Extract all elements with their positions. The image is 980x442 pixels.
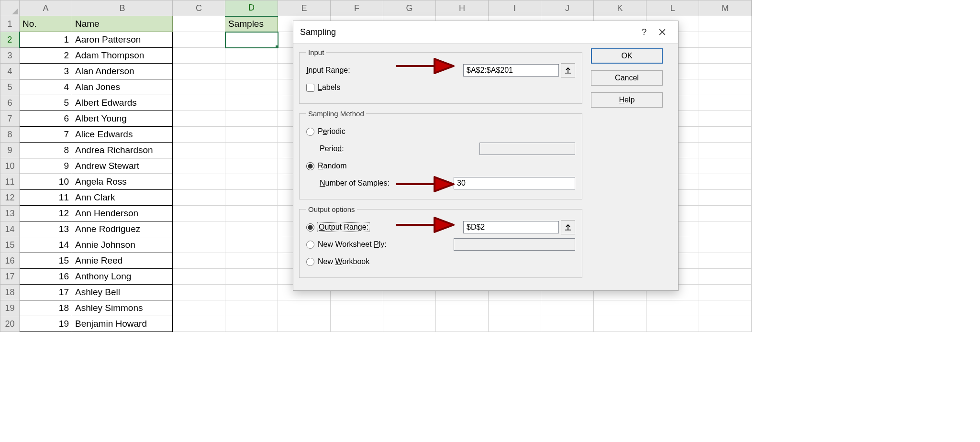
cell[interactable] bbox=[225, 221, 278, 237]
cell[interactable] bbox=[699, 300, 752, 316]
col-header-i[interactable]: I bbox=[489, 0, 541, 16]
cell[interactable]: 15 bbox=[20, 253, 72, 269]
row-header-5[interactable]: 5 bbox=[0, 79, 20, 95]
cell[interactable] bbox=[173, 111, 225, 127]
row-header-10[interactable]: 10 bbox=[0, 158, 20, 174]
cell[interactable] bbox=[225, 127, 278, 143]
cell[interactable] bbox=[225, 237, 278, 253]
cell[interactable] bbox=[173, 316, 225, 332]
cell[interactable]: Ashley Simmons bbox=[72, 300, 173, 316]
cell[interactable]: Ann Henderson bbox=[72, 206, 173, 221]
cell[interactable] bbox=[173, 95, 225, 111]
cell[interactable] bbox=[225, 300, 278, 316]
row-header-15[interactable]: 15 bbox=[0, 237, 20, 253]
cell[interactable]: No. bbox=[20, 16, 72, 32]
row-header-18[interactable]: 18 bbox=[0, 285, 20, 300]
help-icon[interactable]: ? bbox=[635, 23, 653, 41]
cell[interactable] bbox=[699, 206, 752, 221]
cell[interactable]: 16 bbox=[20, 269, 72, 285]
cell[interactable] bbox=[699, 32, 752, 48]
row-header-12[interactable]: 12 bbox=[0, 190, 20, 206]
col-header-b[interactable]: B bbox=[72, 0, 173, 16]
cell[interactable] bbox=[173, 158, 225, 174]
cell[interactable] bbox=[699, 269, 752, 285]
input-range-field[interactable] bbox=[463, 64, 559, 77]
cell[interactable] bbox=[173, 16, 225, 32]
cell[interactable]: Adam Thompson bbox=[72, 48, 173, 64]
cell[interactable] bbox=[173, 127, 225, 143]
periodic-radio[interactable] bbox=[306, 128, 314, 136]
num-samples-field[interactable] bbox=[454, 177, 575, 189]
cell[interactable] bbox=[225, 32, 278, 48]
col-header-d[interactable]: D bbox=[225, 0, 278, 16]
row-header-7[interactable]: 7 bbox=[0, 111, 20, 127]
cell[interactable] bbox=[173, 206, 225, 221]
cell[interactable] bbox=[699, 285, 752, 300]
output-range-radio[interactable] bbox=[306, 223, 314, 232]
cell[interactable]: 2 bbox=[20, 48, 72, 64]
col-header-k[interactable]: K bbox=[594, 0, 646, 16]
cell[interactable]: Anthony Long bbox=[72, 269, 173, 285]
cell[interactable] bbox=[225, 285, 278, 300]
new-workbook-radio[interactable] bbox=[306, 258, 314, 266]
cell[interactable] bbox=[699, 174, 752, 190]
cell[interactable] bbox=[225, 79, 278, 95]
cell[interactable] bbox=[489, 316, 541, 332]
select-all-corner[interactable] bbox=[0, 0, 20, 16]
cell[interactable] bbox=[699, 16, 752, 32]
cell[interactable] bbox=[173, 64, 225, 79]
cell[interactable] bbox=[225, 316, 278, 332]
cell[interactable]: Albert Young bbox=[72, 111, 173, 127]
row-header-9[interactable]: 9 bbox=[0, 143, 20, 158]
cell[interactable] bbox=[225, 111, 278, 127]
cell[interactable]: Annie Johnson bbox=[72, 237, 173, 253]
cell[interactable] bbox=[541, 300, 594, 316]
col-header-j[interactable]: J bbox=[541, 0, 594, 16]
cell[interactable]: Aaron Patterson bbox=[72, 32, 173, 48]
cell[interactable]: 14 bbox=[20, 237, 72, 253]
help-button[interactable]: Help bbox=[591, 92, 663, 108]
cell[interactable]: 19 bbox=[20, 316, 72, 332]
cell[interactable] bbox=[225, 190, 278, 206]
col-header-e[interactable]: E bbox=[278, 0, 331, 16]
cell[interactable] bbox=[489, 300, 541, 316]
cell[interactable]: 6 bbox=[20, 111, 72, 127]
cell[interactable]: 18 bbox=[20, 300, 72, 316]
labels-checkbox[interactable] bbox=[306, 84, 314, 92]
row-header-4[interactable]: 4 bbox=[0, 64, 20, 79]
cell[interactable] bbox=[699, 95, 752, 111]
cell[interactable]: Alan Jones bbox=[72, 79, 173, 95]
cell[interactable] bbox=[173, 48, 225, 64]
cell[interactable] bbox=[699, 127, 752, 143]
dialog-titlebar[interactable]: Sampling ? bbox=[293, 21, 678, 44]
cell[interactable] bbox=[225, 174, 278, 190]
cell[interactable] bbox=[173, 143, 225, 158]
cell[interactable] bbox=[225, 253, 278, 269]
cell[interactable] bbox=[225, 158, 278, 174]
cell[interactable]: 3 bbox=[20, 64, 72, 79]
cell[interactable] bbox=[278, 316, 331, 332]
cell[interactable] bbox=[699, 143, 752, 158]
cell[interactable] bbox=[594, 316, 646, 332]
cell[interactable] bbox=[383, 300, 436, 316]
cell[interactable] bbox=[699, 221, 752, 237]
row-header-2[interactable]: 2 bbox=[0, 32, 20, 48]
cell[interactable]: Name bbox=[72, 16, 173, 32]
cell[interactable] bbox=[699, 111, 752, 127]
cell[interactable] bbox=[436, 316, 489, 332]
row-header-14[interactable]: 14 bbox=[0, 221, 20, 237]
cell[interactable] bbox=[173, 269, 225, 285]
cell[interactable] bbox=[225, 64, 278, 79]
row-header-19[interactable]: 19 bbox=[0, 300, 20, 316]
cell[interactable] bbox=[646, 316, 699, 332]
ok-button[interactable]: OK bbox=[591, 48, 663, 64]
cell[interactable]: Ashley Bell bbox=[72, 285, 173, 300]
cell[interactable]: Alice Edwards bbox=[72, 127, 173, 143]
row-header-8[interactable]: 8 bbox=[0, 127, 20, 143]
cell[interactable] bbox=[699, 190, 752, 206]
cell[interactable] bbox=[383, 316, 436, 332]
cell[interactable]: Andrew Stewart bbox=[72, 158, 173, 174]
col-header-l[interactable]: L bbox=[646, 0, 699, 16]
cell[interactable] bbox=[699, 79, 752, 95]
col-header-m[interactable]: M bbox=[699, 0, 752, 16]
